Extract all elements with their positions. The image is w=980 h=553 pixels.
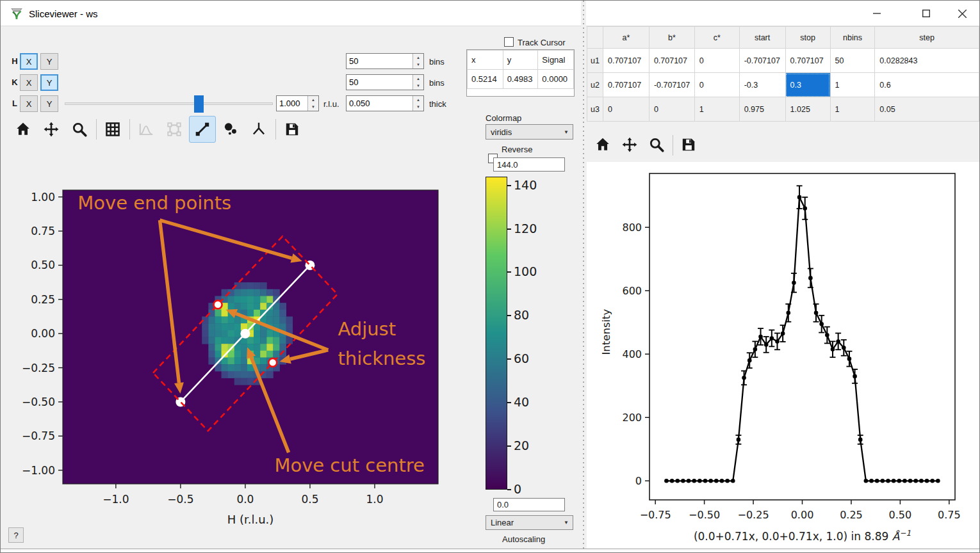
- dim-h-x-button[interactable]: X: [20, 53, 38, 70]
- dim-l-x-button[interactable]: X: [20, 95, 38, 112]
- home-tool-button[interactable]: [590, 132, 616, 157]
- spin-up-icon[interactable]: ▲: [413, 54, 423, 61]
- pan-tool-button[interactable]: [38, 116, 65, 143]
- cut-plot-canvas[interactable]: 0200400600800−0.75−0.50−0.250.000.250.50…: [587, 161, 980, 551]
- spin-up-icon[interactable]: ▲: [413, 96, 423, 104]
- table-cell-u1-stop[interactable]: 0.707107: [785, 49, 830, 73]
- heatmap-cell: [208, 344, 215, 351]
- dim-l-y-button[interactable]: Y: [40, 95, 58, 112]
- panel-splitter[interactable]: [581, 1, 586, 553]
- scale-dropdown[interactable]: Linear ▼: [486, 515, 573, 530]
- row-header-u3: u3: [587, 97, 603, 122]
- dim-k-y-button[interactable]: Y: [40, 74, 58, 91]
- home-tool-button[interactable]: [10, 116, 37, 143]
- colorbar-tick-mark: [507, 445, 511, 447]
- x-tick-label: −0.50: [689, 509, 720, 521]
- table-cell-u1-nbins[interactable]: 50: [830, 49, 875, 73]
- grid-tool-button[interactable]: [99, 116, 126, 143]
- y-bins-spin-arrows[interactable]: ▲▼: [412, 75, 423, 90]
- table-cell-u2-astar[interactable]: 0.707107: [603, 73, 649, 97]
- cursor-value-cell: 0.5214: [468, 70, 503, 89]
- zoom-tool-button[interactable]: [66, 116, 93, 143]
- table-cell-u3-nbins[interactable]: 1: [830, 97, 875, 122]
- nonaxis-cuts-tool-button[interactable]: [245, 116, 272, 143]
- colorbar-min-field[interactable]: 0.0: [493, 498, 565, 511]
- data-point-marker: [781, 332, 785, 336]
- spin-down-icon[interactable]: ▼: [413, 61, 423, 69]
- zoom-tool-button[interactable]: [644, 132, 669, 157]
- table-cell-u3-stop[interactable]: 1.025: [785, 97, 830, 122]
- table-cell-u3-bstar[interactable]: 0: [649, 97, 694, 122]
- heatmap-cell: [234, 378, 241, 385]
- colorbar-max-field[interactable]: 144.0: [493, 157, 565, 172]
- table-cell-u2-step[interactable]: 0.6: [875, 73, 979, 97]
- data-point-marker: [886, 479, 890, 483]
- slice-slider[interactable]: [65, 102, 273, 105]
- thickness-handle-marker[interactable]: [214, 300, 222, 309]
- slice-slider-handle[interactable]: [194, 95, 204, 113]
- slice-spin-arrows[interactable]: ▲▼: [307, 96, 318, 111]
- data-point-marker: [836, 339, 840, 344]
- table-cell-u1-cstar[interactable]: 0: [694, 49, 739, 73]
- pan-tool-button[interactable]: [617, 132, 642, 157]
- slice-value-input[interactable]: [277, 96, 307, 111]
- y-bins-input[interactable]: [347, 75, 412, 90]
- save-tool-button[interactable]: [676, 132, 701, 157]
- heatmap-cell: [241, 296, 248, 303]
- x-tick-label: 0.25: [840, 509, 863, 521]
- data-point-marker: [698, 479, 702, 483]
- thickness-spinbox[interactable]: ▲▼: [346, 95, 424, 111]
- table-cell-u1-bstar[interactable]: 0.707107: [649, 49, 694, 73]
- slice-value-spinbox[interactable]: ▲▼: [276, 95, 319, 111]
- table-cell-u1-start[interactable]: -0.707107: [739, 49, 785, 73]
- heatmap-cell: [254, 337, 261, 344]
- slice-plot-canvas[interactable]: 1.000.750.500.250.00−0.25−0.50−0.75−1.00…: [1, 180, 462, 553]
- heatmap-cell: [266, 371, 274, 378]
- x-bins-spinbox[interactable]: ▲▼: [346, 53, 424, 69]
- spin-up-icon[interactable]: ▲: [308, 96, 318, 104]
- thickness-spin-arrows[interactable]: ▲▼: [412, 96, 423, 111]
- cut-centre-marker[interactable]: [240, 329, 250, 339]
- help-button[interactable]: ?: [8, 527, 24, 543]
- table-cell-u3-cstar[interactable]: 1: [694, 97, 739, 122]
- x-bins-input[interactable]: [347, 54, 412, 68]
- zoom-icon: [648, 136, 665, 153]
- spin-up-icon[interactable]: ▲: [413, 75, 423, 83]
- heatmap-cell: [234, 289, 241, 296]
- table-cell-u1-astar[interactable]: 0.707107: [603, 49, 649, 73]
- spin-down-icon[interactable]: ▼: [308, 104, 318, 111]
- table-cell-u2-stop[interactable]: 0.3: [785, 73, 830, 97]
- heatmap-cell: [273, 289, 280, 296]
- track-cursor-checkbox[interactable]: [504, 37, 514, 47]
- table-cell-u1-step[interactable]: 0.0282843: [875, 49, 979, 73]
- minimize-button[interactable]: [858, 1, 895, 26]
- spin-down-icon[interactable]: ▼: [413, 83, 423, 90]
- table-cell-u2-bstar[interactable]: -0.707107: [649, 73, 694, 97]
- y-tick-label: −0.50: [22, 396, 55, 408]
- data-point-marker: [714, 479, 719, 483]
- heatmap-cell: [234, 323, 241, 330]
- heatmap-cell: [222, 323, 229, 330]
- dim-h-y-button[interactable]: Y: [40, 53, 58, 70]
- dim-k-x-button[interactable]: X: [20, 74, 38, 91]
- table-cell-u2-cstar[interactable]: 0: [694, 73, 739, 97]
- thickness-input[interactable]: [347, 96, 412, 111]
- table-cell-u3-start[interactable]: 0.975: [739, 97, 785, 122]
- toolbar-separator: [96, 119, 97, 140]
- spin-down-icon[interactable]: ▼: [413, 104, 423, 111]
- colormap-dropdown[interactable]: viridis ▼: [486, 124, 573, 140]
- x-bins-spin-arrows[interactable]: ▲▼: [412, 54, 423, 68]
- close-button[interactable]: [943, 1, 980, 26]
- table-cell-u3-astar[interactable]: 0: [603, 97, 649, 122]
- table-cell-u2-nbins[interactable]: 1: [830, 73, 875, 97]
- save-tool-button[interactable]: [279, 116, 306, 143]
- y-bins-spinbox[interactable]: ▲▼: [346, 74, 424, 90]
- table-cell-u3-step[interactable]: 0.05: [875, 97, 979, 122]
- peaks-overlay-tool-button[interactable]: [217, 116, 244, 143]
- thickness-handle-marker[interactable]: [268, 358, 277, 367]
- table-cell-u2-start[interactable]: -0.3: [739, 73, 785, 97]
- line-cuts-tool-button[interactable]: [189, 116, 216, 143]
- maximize-button[interactable]: [908, 1, 945, 26]
- column-header-step: step: [875, 27, 979, 49]
- colorbar-tick-label: 120: [514, 221, 537, 236]
